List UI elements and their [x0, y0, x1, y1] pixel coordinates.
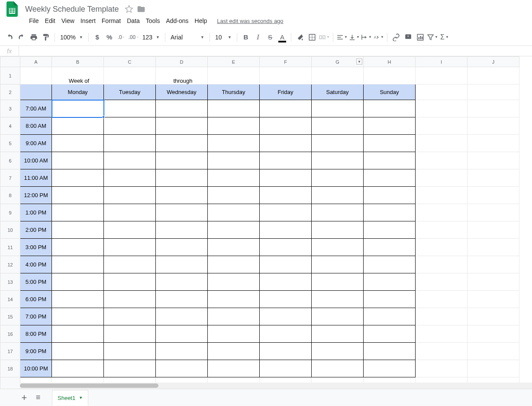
redo-button[interactable]: [16, 32, 27, 43]
cell-B8[interactable]: [52, 187, 104, 204]
cell-A9[interactable]: 1:00 PM: [20, 204, 52, 221]
cell-D10[interactable]: [156, 221, 208, 239]
cell-D18[interactable]: [156, 360, 208, 377]
cell-A13[interactable]: 5:00 PM: [20, 273, 52, 291]
cell-G13[interactable]: [312, 273, 364, 291]
cell-C3[interactable]: [104, 100, 156, 117]
cell-A4[interactable]: 8:00 AM: [20, 117, 52, 135]
cell-A12[interactable]: 4:00 PM: [20, 256, 52, 273]
cell-J10[interactable]: [468, 221, 519, 239]
cell-B9[interactable]: [52, 204, 104, 221]
print-button[interactable]: [28, 32, 39, 43]
cell-J18[interactable]: [468, 360, 519, 377]
functions-button[interactable]: Σ▼: [439, 32, 450, 43]
cell-E6[interactable]: [208, 152, 260, 169]
cell-E12[interactable]: [208, 256, 260, 273]
insert-comment-button[interactable]: +: [403, 32, 414, 43]
cell-E10[interactable]: [208, 221, 260, 239]
cell-H4[interactable]: [364, 117, 416, 135]
cell-E2[interactable]: Thursday: [208, 84, 260, 100]
cell-D7[interactable]: [156, 169, 208, 187]
cell-F7[interactable]: [260, 169, 312, 187]
cell-G7[interactable]: [312, 169, 364, 187]
cell-H5[interactable]: [364, 135, 416, 152]
cell-H3[interactable]: [364, 100, 416, 117]
row-header-3[interactable]: 3: [0, 100, 20, 117]
cell-G17[interactable]: [312, 343, 364, 360]
cell-F11[interactable]: [260, 239, 312, 256]
cell-F18[interactable]: [260, 360, 312, 377]
row-header-4[interactable]: 4: [0, 117, 20, 135]
row-header-5[interactable]: 5: [0, 135, 20, 152]
cell-G10[interactable]: [312, 221, 364, 239]
cell-J5[interactable]: [468, 135, 519, 152]
select-all-corner[interactable]: [0, 57, 20, 67]
cell-D15[interactable]: [156, 308, 208, 325]
cell-J3[interactable]: [468, 100, 519, 117]
row-header-10[interactable]: 10: [0, 221, 20, 239]
cell-I18[interactable]: [416, 360, 468, 377]
cell-C16[interactable]: [104, 325, 156, 343]
cell-D11[interactable]: [156, 239, 208, 256]
cell-G16[interactable]: [312, 325, 364, 343]
cell-H1[interactable]: [364, 67, 416, 84]
cell-I17[interactable]: [416, 343, 468, 360]
cell-C1[interactable]: [104, 67, 156, 84]
cell-D5[interactable]: [156, 135, 208, 152]
cell-F3[interactable]: [260, 100, 312, 117]
cell-H17[interactable]: [364, 343, 416, 360]
column-header-J[interactable]: J: [468, 57, 519, 67]
cell-H2[interactable]: Sunday: [364, 84, 416, 100]
cell-E17[interactable]: [208, 343, 260, 360]
cell-E3[interactable]: [208, 100, 260, 117]
cell-F9[interactable]: [260, 204, 312, 221]
cell-B12[interactable]: [52, 256, 104, 273]
cell-C17[interactable]: [104, 343, 156, 360]
text-color-button[interactable]: A: [277, 32, 288, 43]
cell-E18[interactable]: [208, 360, 260, 377]
cell-F2[interactable]: Friday: [260, 84, 312, 100]
cell-D1[interactable]: through: [156, 67, 208, 84]
cell-J4[interactable]: [468, 117, 519, 135]
cell-J13[interactable]: [468, 273, 519, 291]
cell-B11[interactable]: [52, 239, 104, 256]
row-header-13[interactable]: 13: [0, 273, 20, 291]
cell-J8[interactable]: [468, 187, 519, 204]
cell-A18[interactable]: 10:00 PM: [20, 360, 52, 377]
cell-A3[interactable]: 7:00 AM: [20, 100, 52, 117]
cell-G15[interactable]: [312, 308, 364, 325]
cell-A14[interactable]: 6:00 PM: [20, 291, 52, 308]
cell-D6[interactable]: [156, 152, 208, 169]
column-header-A[interactable]: A: [20, 57, 52, 67]
strikethrough-button[interactable]: S: [264, 32, 276, 43]
cell-F15[interactable]: [260, 308, 312, 325]
zoom-select[interactable]: 100%▼: [58, 32, 86, 42]
cell-C11[interactable]: [104, 239, 156, 256]
cell-I7[interactable]: [416, 169, 468, 187]
row-header-12[interactable]: 12: [0, 256, 20, 273]
cell-I1[interactable]: [416, 67, 468, 84]
document-title[interactable]: Weekly Schedule Template: [23, 4, 121, 15]
cell-J16[interactable]: [468, 325, 519, 343]
cell-B10[interactable]: [52, 221, 104, 239]
cell-G4[interactable]: [312, 117, 364, 135]
cell-A2[interactable]: [20, 84, 52, 100]
font-size-select[interactable]: 10▼: [213, 32, 234, 42]
cell-F4[interactable]: [260, 117, 312, 135]
row-header-1[interactable]: 1: [0, 67, 20, 84]
cell-E11[interactable]: [208, 239, 260, 256]
horizontal-align-button[interactable]: ▼: [336, 32, 348, 43]
formula-input[interactable]: [19, 46, 532, 56]
text-rotation-button[interactable]: A▼: [373, 32, 384, 43]
column-header-D[interactable]: D: [156, 57, 208, 67]
column-header-G[interactable]: G▼: [312, 57, 364, 67]
cell-E14[interactable]: [208, 291, 260, 308]
column-header-B[interactable]: B: [52, 57, 104, 67]
cell-D17[interactable]: [156, 343, 208, 360]
row-header-2[interactable]: 2: [0, 84, 20, 100]
cell-D8[interactable]: [156, 187, 208, 204]
cell-A6[interactable]: 10:00 AM: [20, 152, 52, 169]
cell-I11[interactable]: [416, 239, 468, 256]
cell-J9[interactable]: [468, 204, 519, 221]
cell-D12[interactable]: [156, 256, 208, 273]
